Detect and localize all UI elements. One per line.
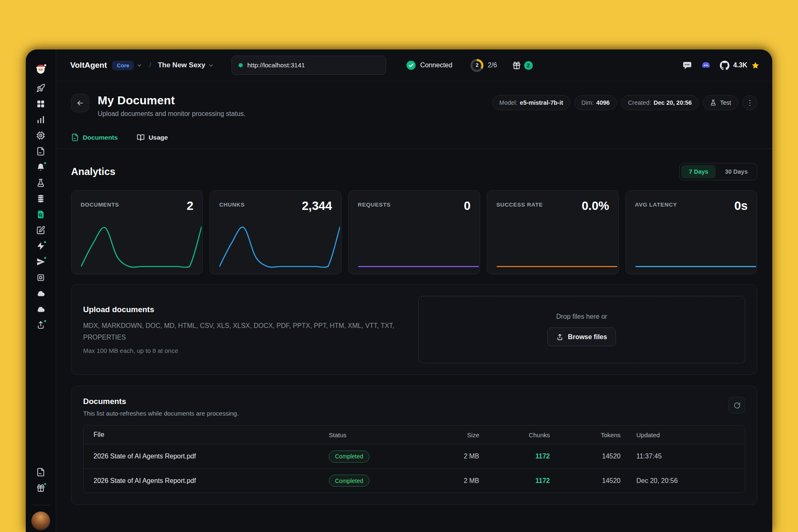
refresh-button[interactable] (729, 397, 745, 414)
gift-icon (512, 61, 521, 70)
chat-feedback-icon[interactable] (682, 61, 692, 70)
stat-card-requests: REQUESTS0 (348, 190, 480, 274)
notification-dot (43, 256, 47, 260)
tab-bar: Documents Usage (71, 133, 757, 141)
flask-icon[interactable] (36, 178, 45, 187)
rewards-count-badge: 2 (524, 61, 533, 70)
arrow-left-icon (76, 99, 84, 107)
database-icon[interactable] (36, 194, 45, 203)
project-name: The New Sexy (158, 61, 205, 69)
range-toggle: 7 Days 30 Days (679, 163, 757, 180)
notification-dot (43, 240, 47, 244)
server-url-input[interactable]: http://localhost:3141 (232, 56, 386, 75)
bell-icon[interactable] (36, 163, 45, 172)
requests-sparkline (358, 222, 479, 270)
upload-limits: Max 100 MB each, up to 8 at once (83, 347, 407, 354)
test-button[interactable]: Test (703, 95, 738, 110)
connection-status: Connected (406, 60, 452, 70)
analytics-title: Analytics (71, 166, 116, 177)
lightning-icon[interactable] (36, 241, 45, 251)
chunk-count: 1172 (483, 453, 553, 460)
flask-icon (710, 99, 717, 106)
chevron-down-icon[interactable] (136, 62, 143, 69)
notification-dot (43, 482, 47, 486)
onboarding-progress[interactable]: 2 2/6 (470, 59, 497, 72)
rocket-icon[interactable] (36, 84, 45, 93)
documents-header: Documents This list auto-refreshes while… (83, 397, 745, 417)
upload-formats: MDX, MARKDOWN, DOC, MD, HTML, CSV, XLS, … (83, 320, 407, 342)
file-dropzone[interactable]: Drop files here or Browse files (418, 296, 745, 363)
core-badge: Core (112, 61, 134, 70)
sidebar (26, 49, 56, 532)
cloud-icon[interactable] (36, 289, 45, 298)
column-status: Status (329, 431, 429, 438)
status-badge: Completed (329, 475, 369, 487)
stat-card-avg-latency: AVG LATENCY0s (626, 190, 757, 274)
send-icon[interactable] (36, 257, 45, 266)
back-button[interactable] (71, 94, 89, 112)
topbar-right: 4.3K (682, 61, 760, 70)
santa-logo-icon[interactable] (34, 62, 47, 74)
topbar: VoltAgent Core / The New Sexy http://loc… (56, 49, 772, 81)
column-chunks: Chunks (483, 431, 553, 438)
created-badge: Created: Dec 20, 20:56 (621, 95, 699, 110)
model-badge: Model: e5-mistral-7b-it (492, 95, 570, 110)
cloud-icon-2[interactable] (36, 305, 45, 314)
title-block: My Document Upload documents and monitor… (98, 94, 246, 118)
file-icon[interactable] (36, 147, 45, 156)
discord-icon[interactable] (701, 61, 711, 70)
rewards-button[interactable]: 2 (512, 61, 533, 70)
app-window: VoltAgent Core / The New Sexy http://loc… (26, 49, 772, 532)
stat-card-success-rate: SUCCESS RATE0.0% (487, 190, 618, 274)
tab-usage[interactable]: Usage (137, 133, 168, 141)
sidebar-divider (31, 505, 50, 505)
book-open-icon (137, 133, 145, 141)
status-badge: Completed (329, 451, 369, 463)
user-avatar[interactable] (31, 511, 50, 530)
column-size: Size (429, 431, 483, 438)
documents-section: Documents This list auto-refreshes while… (71, 386, 757, 505)
connection-label: Connected (420, 62, 452, 69)
tab-documents[interactable]: Documents (71, 133, 118, 141)
rag-documents-icon[interactable] (36, 210, 45, 219)
tabs-divider (56, 148, 772, 149)
table-row[interactable]: 2026 State of AI Agents Report.pdf Compl… (84, 444, 745, 468)
apps-grid-icon[interactable] (36, 99, 45, 108)
chip-icon[interactable] (36, 273, 45, 282)
browse-files-button[interactable]: Browse files (547, 328, 616, 346)
chunk-count: 1172 (483, 477, 553, 485)
github-icon (720, 61, 729, 70)
upload-title: Upload documents (83, 305, 407, 314)
upload-icon (556, 333, 564, 341)
upload-share-icon[interactable] (36, 320, 45, 330)
documents-subtitle: This list auto-refreshes while documents… (83, 410, 239, 417)
range-30-days[interactable]: 30 Days (717, 165, 755, 178)
refresh-icon (734, 402, 741, 409)
edit-icon[interactable] (36, 226, 45, 235)
documents-title: Documents (83, 397, 239, 406)
column-updated: Updated (624, 431, 745, 438)
project-selector[interactable]: The New Sexy (158, 61, 214, 69)
notification-dot (43, 319, 47, 323)
progress-value: 2 (473, 61, 481, 70)
bar-chart-icon[interactable] (36, 115, 45, 124)
column-file: File (84, 431, 329, 438)
online-dot-icon (239, 63, 243, 67)
table-row[interactable]: 2026 State of AI Agents Report.pdf Compl… (84, 468, 745, 493)
file-size: 2 MB (429, 453, 483, 460)
range-7-days[interactable]: 7 Days (681, 165, 716, 178)
token-count: 14520 (553, 453, 624, 460)
file-size: 2 MB (429, 477, 483, 485)
brand-voltagent[interactable]: VoltAgent (70, 61, 107, 70)
documents-sparkline (81, 222, 202, 270)
analytics-header: Analytics 7 Days 30 Days (71, 163, 757, 180)
more-options-button[interactable]: ⋮ (742, 95, 757, 110)
dim-badge: Dim: 4096 (574, 95, 617, 110)
cpu-icon[interactable] (36, 131, 45, 140)
github-link[interactable]: 4.3K (720, 61, 760, 70)
file-name: 2026 State of AI Agents Report.pdf (84, 477, 329, 485)
github-star-count: 4.3K (733, 62, 747, 69)
file-bottom-icon[interactable] (36, 468, 45, 477)
gift-sidebar-icon[interactable] (36, 483, 45, 493)
page-subtitle: Upload documents and monitor processing … (98, 110, 246, 118)
